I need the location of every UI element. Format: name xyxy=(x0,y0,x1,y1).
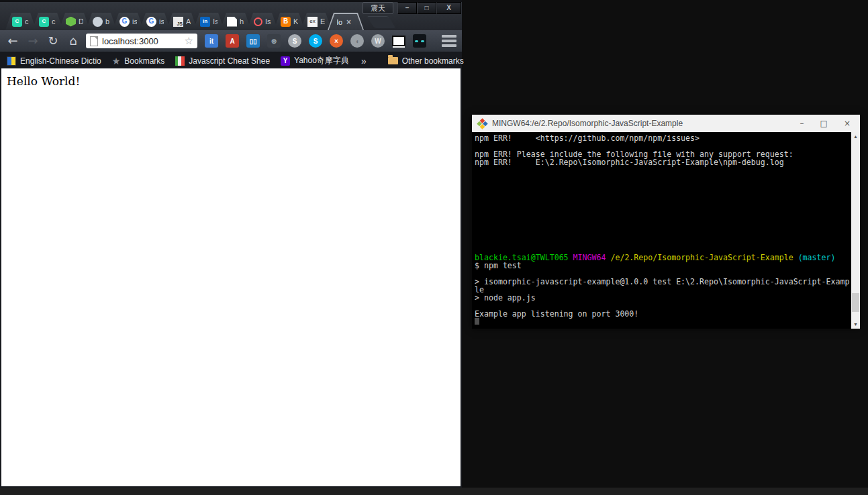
github-favicon xyxy=(93,17,103,27)
terminal-output[interactable]: npm ERR! <https://github.com/npm/npm/iss… xyxy=(472,132,860,329)
browser-toolbar: ← → ↻ ⌂ localhost:3000 ☆ itA▯▯⊛SS×◖W xyxy=(0,30,462,52)
active-tab-label: lo xyxy=(337,18,343,26)
bookmark-label: Javascript Cheat Shee xyxy=(189,56,270,66)
new-tab-button[interactable] xyxy=(367,16,395,28)
terminal-minimize-button[interactable]: – xyxy=(800,119,804,127)
star-icon: ★ xyxy=(112,56,121,66)
terminal-line: > isomorphic-javascript-example@1.0.0 te… xyxy=(475,278,848,286)
terminal-line: npm ERR! <https://github.com/npm/npm/iss… xyxy=(475,135,848,143)
terminal-line xyxy=(475,231,848,239)
bookmark-label: English-Chinese Dictio xyxy=(20,56,101,66)
terminal-maximize-button[interactable]: □ xyxy=(820,119,828,127)
tab-label: Is xyxy=(213,17,218,25)
airbnb-favicon xyxy=(254,17,262,26)
browser-tab[interactable]: Cc xyxy=(32,13,63,30)
browser-titlebar: CcCcDbGisGisJSAinIshIsBKexElo× 震天 – □ X xyxy=(0,0,462,30)
tab-label: Is xyxy=(265,17,271,25)
scroll-down-icon[interactable]: ▼ xyxy=(851,320,860,329)
folder-icon xyxy=(388,57,398,64)
swirl-extension-icon[interactable]: ◖ xyxy=(350,34,365,48)
forward-button[interactable]: → xyxy=(26,34,40,48)
bookmark-item-yahoo-dictionary[interactable]: Y Yahoo奇摩字典 xyxy=(281,55,349,66)
codecademy-favicon: C xyxy=(12,17,22,27)
cheatsheet-icon xyxy=(175,56,185,66)
italki-extension-icon[interactable]: it xyxy=(204,34,219,48)
terminal-line xyxy=(475,174,848,182)
browser-tab[interactable]: exE xyxy=(301,13,332,30)
back-button[interactable]: ← xyxy=(5,34,20,48)
trello-extension-icon[interactable]: ▯▯ xyxy=(246,34,260,48)
browser-tab[interactable]: BK xyxy=(274,13,305,30)
terminal-line xyxy=(475,167,848,175)
address-bar[interactable]: localhost:3000 ☆ xyxy=(86,34,197,48)
bookmark-item-english-chinese-dictionary[interactable]: English-Chinese Dictio xyxy=(7,56,101,66)
terminal-line: blackie.tsai@TWLT065 MINGW64 /e/2.Repo/I… xyxy=(475,254,848,262)
tab-label: is xyxy=(159,17,164,25)
document-favicon xyxy=(227,17,237,27)
terminal-titlebar[interactable]: MINGW64:/e/2.Repo/Isomorphic-JavaScript-… xyxy=(472,115,860,132)
browser-tab[interactable]: h xyxy=(220,13,251,30)
browser-tab[interactable]: D xyxy=(59,13,90,30)
terminal-window: MINGW64:/e/2.Repo/Isomorphic-JavaScript-… xyxy=(472,115,860,329)
terminal-scrollbar[interactable]: ▲ ▼ xyxy=(851,132,860,329)
browser-tab[interactable]: b xyxy=(86,13,117,30)
page-icon xyxy=(90,36,98,46)
tab-label: E xyxy=(320,17,325,25)
terminal-cursor xyxy=(475,318,479,325)
other-bookmarks-button[interactable]: Other bookmarks xyxy=(388,56,464,66)
terminal-line xyxy=(475,223,848,231)
active-tab-face[interactable]: lo× xyxy=(329,14,363,31)
terminal-line xyxy=(475,199,848,207)
express-favicon: ex xyxy=(307,17,318,27)
bookmarks-overflow-chevron[interactable]: » xyxy=(361,56,367,66)
screen-capture-extension-icon[interactable] xyxy=(391,34,406,48)
extensions-bar: itA▯▯⊛SS×◖W xyxy=(204,34,427,48)
tab-label: A xyxy=(186,17,191,25)
active-tab[interactable]: lo× xyxy=(328,13,364,30)
tab-close-icon[interactable]: × xyxy=(346,17,351,27)
browser-tab[interactable]: Is xyxy=(247,13,278,30)
orange-extension-icon[interactable]: × xyxy=(329,34,344,48)
terminal-window-controls: – □ × xyxy=(800,119,851,127)
browser-tab[interactable]: Gis xyxy=(140,13,171,30)
terminal-line xyxy=(475,182,848,190)
bookmark-label: Yahoo奇摩字典 xyxy=(294,55,349,66)
browser-tab[interactable]: Gis xyxy=(113,13,144,30)
scrollbar-thumb[interactable] xyxy=(852,293,859,312)
bookmark-item-javascript-cheat-sheet[interactable]: Javascript Cheat Shee xyxy=(175,56,270,66)
bookmark-star-icon[interactable]: ☆ xyxy=(185,35,193,47)
window-controls: – □ X xyxy=(397,2,461,14)
reload-button[interactable]: ↻ xyxy=(46,34,60,48)
terminal-line xyxy=(475,239,848,247)
terminal-close-button[interactable]: × xyxy=(844,119,851,127)
other-bookmarks-label: Other bookmarks xyxy=(402,56,464,66)
linkedin-favicon: in xyxy=(200,17,210,27)
bookmark-item-bookmarks[interactable]: ★ Bookmarks xyxy=(112,56,165,66)
dictionary-extension-icon[interactable]: A xyxy=(225,34,240,48)
dictionary-icon xyxy=(7,56,16,66)
react-devtools-extension-icon[interactable]: ⊛ xyxy=(267,34,281,48)
robot-extension-icon[interactable] xyxy=(412,34,427,48)
home-button[interactable]: ⌂ xyxy=(66,34,81,48)
window-maximize-button[interactable]: □ xyxy=(417,2,436,14)
page-content: Hello World! xyxy=(1,68,461,486)
browser-tab[interactable]: JSA xyxy=(166,13,197,30)
wordpress-gray-extension-icon[interactable]: W xyxy=(371,34,385,48)
bookmark-label: Bookmarks xyxy=(124,56,164,66)
menu-button[interactable] xyxy=(442,35,456,47)
terminal-line xyxy=(475,190,848,199)
skype-gray-extension-icon[interactable]: S xyxy=(287,34,302,48)
window-minimize-button[interactable]: – xyxy=(397,2,417,14)
tab-label: D xyxy=(79,17,83,25)
google-favicon: G xyxy=(146,17,156,27)
skype-extension-icon[interactable]: S xyxy=(308,34,323,48)
tab-label: is xyxy=(132,17,137,25)
tab-label: c xyxy=(52,17,56,25)
window-close-button[interactable]: X xyxy=(436,2,461,14)
weather-button[interactable]: 震天 xyxy=(363,2,393,14)
url-text[interactable]: localhost:3000 xyxy=(102,36,181,46)
terminal-title: MINGW64:/e/2.Repo/Isomorphic-JavaScript-… xyxy=(492,119,795,128)
browser-tab[interactable]: inIs xyxy=(193,13,224,30)
browser-tab[interactable]: Cc xyxy=(5,13,36,30)
scroll-up-icon[interactable]: ▲ xyxy=(851,132,860,141)
